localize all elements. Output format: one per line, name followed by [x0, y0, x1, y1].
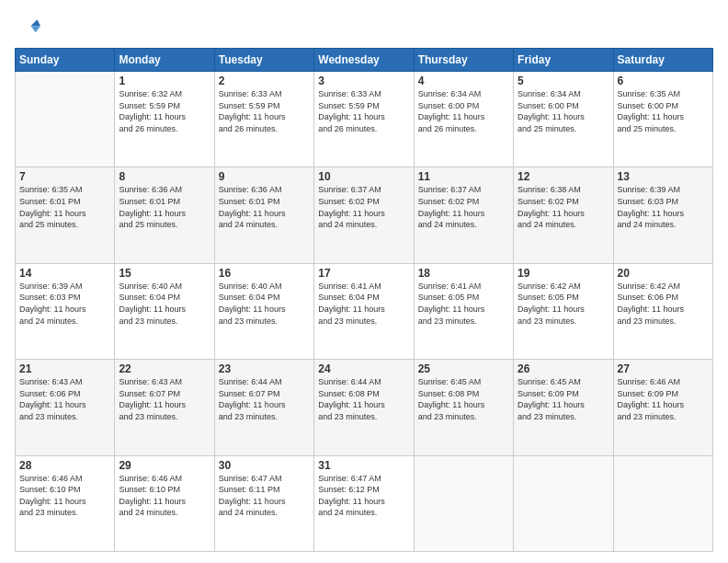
table-row: 13Sunrise: 6:39 AM Sunset: 6:03 PM Dayli…: [613, 167, 712, 263]
table-row: [16, 72, 115, 167]
day-number: 22: [119, 362, 210, 375]
day-number: 26: [518, 362, 609, 375]
day-number: 21: [19, 362, 110, 375]
header: [15, 11, 713, 40]
day-number: 17: [318, 267, 409, 280]
day-number: 13: [618, 170, 709, 183]
day-info: Sunrise: 6:40 AM Sunset: 6:04 PM Dayligh…: [219, 281, 310, 327]
column-header-saturday: Saturday: [613, 49, 712, 72]
day-number: 27: [618, 362, 709, 375]
day-number: 9: [219, 170, 310, 183]
day-info: Sunrise: 6:37 AM Sunset: 6:02 PM Dayligh…: [318, 184, 409, 230]
column-header-monday: Monday: [115, 49, 214, 72]
table-row: [514, 455, 613, 551]
day-info: Sunrise: 6:44 AM Sunset: 6:07 PM Dayligh…: [219, 376, 310, 422]
day-number: 31: [318, 459, 409, 472]
table-row: 15Sunrise: 6:40 AM Sunset: 6:04 PM Dayli…: [115, 263, 214, 359]
calendar-table: SundayMondayTuesdayWednesdayThursdayFrid…: [15, 48, 713, 552]
day-info: Sunrise: 6:35 AM Sunset: 6:01 PM Dayligh…: [19, 184, 110, 230]
table-row: 5Sunrise: 6:34 AM Sunset: 6:00 PM Daylig…: [514, 72, 613, 167]
table-row: 7Sunrise: 6:35 AM Sunset: 6:01 PM Daylig…: [16, 167, 115, 263]
day-info: Sunrise: 6:44 AM Sunset: 6:08 PM Dayligh…: [318, 376, 409, 422]
calendar-week-row: 14Sunrise: 6:39 AM Sunset: 6:03 PM Dayli…: [16, 263, 713, 359]
day-info: Sunrise: 6:34 AM Sunset: 6:00 PM Dayligh…: [418, 88, 509, 134]
column-header-wednesday: Wednesday: [314, 49, 414, 72]
day-number: 24: [318, 362, 409, 375]
day-info: Sunrise: 6:43 AM Sunset: 6:06 PM Dayligh…: [19, 376, 110, 422]
day-number: 15: [119, 267, 210, 280]
day-number: 25: [418, 362, 509, 375]
day-number: 23: [219, 362, 310, 375]
table-row: 14Sunrise: 6:39 AM Sunset: 6:03 PM Dayli…: [16, 263, 115, 359]
day-number: 18: [418, 267, 509, 280]
day-number: 8: [119, 170, 210, 183]
table-row: 10Sunrise: 6:37 AM Sunset: 6:02 PM Dayli…: [314, 167, 414, 263]
day-number: 20: [618, 267, 709, 280]
table-row: 2Sunrise: 6:33 AM Sunset: 5:59 PM Daylig…: [214, 72, 313, 167]
table-row: 17Sunrise: 6:41 AM Sunset: 6:04 PM Dayli…: [314, 263, 414, 359]
table-row: 12Sunrise: 6:38 AM Sunset: 6:02 PM Dayli…: [514, 167, 613, 263]
table-row: [414, 455, 513, 551]
calendar-week-row: 28Sunrise: 6:46 AM Sunset: 6:10 PM Dayli…: [16, 455, 713, 551]
table-row: 28Sunrise: 6:46 AM Sunset: 6:10 PM Dayli…: [16, 455, 115, 551]
table-row: 16Sunrise: 6:40 AM Sunset: 6:04 PM Dayli…: [214, 263, 313, 359]
day-info: Sunrise: 6:34 AM Sunset: 6:00 PM Dayligh…: [518, 88, 609, 134]
day-info: Sunrise: 6:40 AM Sunset: 6:04 PM Dayligh…: [119, 281, 210, 327]
column-header-thursday: Thursday: [414, 49, 513, 72]
day-info: Sunrise: 6:33 AM Sunset: 5:59 PM Dayligh…: [318, 88, 409, 134]
day-number: 6: [618, 75, 709, 87]
table-row: 20Sunrise: 6:42 AM Sunset: 6:06 PM Dayli…: [613, 263, 712, 359]
day-info: Sunrise: 6:37 AM Sunset: 6:02 PM Dayligh…: [418, 184, 509, 230]
day-number: 30: [219, 459, 310, 472]
table-row: 19Sunrise: 6:42 AM Sunset: 6:05 PM Dayli…: [514, 263, 613, 359]
day-info: Sunrise: 6:46 AM Sunset: 6:10 PM Dayligh…: [119, 473, 210, 519]
table-row: 9Sunrise: 6:36 AM Sunset: 6:01 PM Daylig…: [214, 167, 313, 263]
table-row: 23Sunrise: 6:44 AM Sunset: 6:07 PM Dayli…: [214, 360, 313, 455]
day-info: Sunrise: 6:47 AM Sunset: 6:12 PM Dayligh…: [318, 473, 409, 519]
column-header-tuesday: Tuesday: [214, 49, 313, 72]
table-row: 25Sunrise: 6:45 AM Sunset: 6:08 PM Dayli…: [414, 360, 513, 455]
day-info: Sunrise: 6:38 AM Sunset: 6:02 PM Dayligh…: [518, 184, 609, 230]
table-row: 11Sunrise: 6:37 AM Sunset: 6:02 PM Dayli…: [414, 167, 513, 263]
day-number: 3: [318, 75, 409, 87]
day-number: 11: [418, 170, 509, 183]
table-row: [613, 455, 712, 551]
table-row: 27Sunrise: 6:46 AM Sunset: 6:09 PM Dayli…: [613, 360, 712, 455]
table-row: 31Sunrise: 6:47 AM Sunset: 6:12 PM Dayli…: [314, 455, 414, 551]
table-row: 22Sunrise: 6:43 AM Sunset: 6:07 PM Dayli…: [115, 360, 214, 455]
column-header-friday: Friday: [514, 49, 613, 72]
day-info: Sunrise: 6:45 AM Sunset: 6:09 PM Dayligh…: [518, 376, 609, 422]
day-number: 16: [219, 267, 310, 280]
table-row: 18Sunrise: 6:41 AM Sunset: 6:05 PM Dayli…: [414, 263, 513, 359]
day-number: 12: [518, 170, 609, 183]
day-number: 29: [119, 459, 210, 472]
day-number: 14: [19, 267, 110, 280]
day-number: 1: [119, 75, 210, 87]
day-info: Sunrise: 6:41 AM Sunset: 6:05 PM Dayligh…: [418, 281, 509, 327]
logo-icon: [15, 15, 40, 40]
table-row: 1Sunrise: 6:32 AM Sunset: 5:59 PM Daylig…: [115, 72, 214, 167]
calendar-header-row: SundayMondayTuesdayWednesdayThursdayFrid…: [16, 49, 713, 72]
calendar-container: SundayMondayTuesdayWednesdayThursdayFrid…: [0, 0, 728, 563]
day-number: 10: [318, 170, 409, 183]
day-info: Sunrise: 6:39 AM Sunset: 6:03 PM Dayligh…: [618, 184, 709, 230]
day-info: Sunrise: 6:46 AM Sunset: 6:09 PM Dayligh…: [618, 376, 709, 422]
day-number: 7: [19, 170, 110, 183]
svg-marker-1: [31, 26, 41, 32]
day-info: Sunrise: 6:42 AM Sunset: 6:06 PM Dayligh…: [618, 281, 709, 327]
table-row: 24Sunrise: 6:44 AM Sunset: 6:08 PM Dayli…: [314, 360, 414, 455]
day-info: Sunrise: 6:43 AM Sunset: 6:07 PM Dayligh…: [119, 376, 210, 422]
day-number: 2: [219, 75, 310, 87]
day-number: 5: [518, 75, 609, 87]
table-row: 4Sunrise: 6:34 AM Sunset: 6:00 PM Daylig…: [414, 72, 513, 167]
day-info: Sunrise: 6:35 AM Sunset: 6:00 PM Dayligh…: [618, 88, 709, 134]
table-row: 26Sunrise: 6:45 AM Sunset: 6:09 PM Dayli…: [514, 360, 613, 455]
table-row: 21Sunrise: 6:43 AM Sunset: 6:06 PM Dayli…: [16, 360, 115, 455]
day-info: Sunrise: 6:42 AM Sunset: 6:05 PM Dayligh…: [518, 281, 609, 327]
day-info: Sunrise: 6:46 AM Sunset: 6:10 PM Dayligh…: [19, 473, 110, 519]
day-info: Sunrise: 6:47 AM Sunset: 6:11 PM Dayligh…: [219, 473, 310, 519]
day-number: 19: [518, 267, 609, 280]
table-row: 29Sunrise: 6:46 AM Sunset: 6:10 PM Dayli…: [115, 455, 214, 551]
table-row: 8Sunrise: 6:36 AM Sunset: 6:01 PM Daylig…: [115, 167, 214, 263]
day-info: Sunrise: 6:33 AM Sunset: 5:59 PM Dayligh…: [219, 88, 310, 134]
